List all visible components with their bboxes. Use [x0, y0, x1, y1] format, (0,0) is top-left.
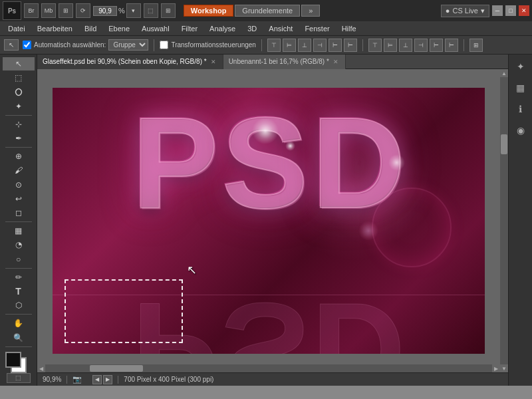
- transform-option: Transformationssteuerungen: [160, 41, 255, 49]
- magic-wand-btn[interactable]: ✦: [3, 100, 35, 113]
- dist-bottom-icon[interactable]: ⊥: [399, 39, 412, 52]
- v-scroll-thumb[interactable]: [501, 134, 507, 154]
- workspace-active-btn[interactable]: Workshop: [184, 5, 234, 17]
- tool-sep-6: [5, 346, 32, 347]
- menu-ebene[interactable]: Ebene: [103, 23, 135, 34]
- align-right-icon[interactable]: ⊢: [344, 39, 357, 52]
- status-nav-left[interactable]: ◀: [92, 375, 102, 384]
- v-scroll-down[interactable]: ▼: [500, 364, 508, 372]
- cs-live-btn[interactable]: ● CS Live ▾: [441, 5, 489, 17]
- panel-btn-sparkle[interactable]: ✦: [511, 57, 530, 76]
- workspace-inactive-btn[interactable]: Grundelemente: [235, 5, 300, 17]
- panel-btn-layers[interactable]: ◉: [511, 121, 530, 140]
- menu-analyse[interactable]: Analyse: [204, 23, 241, 34]
- type-btn[interactable]: T: [3, 285, 35, 298]
- panel-btn-grid[interactable]: ▦: [511, 78, 530, 97]
- align-hcenter-icon[interactable]: ⊢: [329, 39, 342, 52]
- gradient-btn[interactable]: ▦: [3, 224, 35, 237]
- align-left-icon[interactable]: ⊣: [313, 39, 327, 52]
- menu-fenster[interactable]: Fenster: [299, 23, 334, 34]
- zoom-btn[interactable]: 🔍: [3, 331, 35, 344]
- auto-select-dropdown[interactable]: Gruppe Ebene: [108, 39, 148, 51]
- fg-color-box[interactable]: [5, 352, 21, 368]
- v-scroll-up[interactable]: ▲: [500, 69, 508, 77]
- tab-unbenannt-close[interactable]: ✕: [332, 58, 340, 66]
- auto-select-checkbox[interactable]: [23, 41, 31, 49]
- bridge-icon[interactable]: Br: [24, 3, 39, 18]
- cs-live-label: CS Live: [452, 7, 478, 15]
- lens-flare-3: [285, 141, 295, 151]
- rotate-icon[interactable]: ⟳: [76, 3, 90, 18]
- menu-hilfe[interactable]: Hilfe: [336, 23, 362, 34]
- dist-right-icon[interactable]: ⊢: [445, 39, 458, 52]
- separator-3: [362, 39, 363, 51]
- menu-auswahl[interactable]: Auswahl: [136, 23, 175, 34]
- zoom-input[interactable]: 90,9: [93, 6, 117, 16]
- auto-select-option: Automatisch auswählen: Gruppe Ebene: [23, 39, 148, 51]
- arrange-icon[interactable]: ⊞: [469, 39, 483, 52]
- workspace-more-btn[interactable]: »: [301, 5, 320, 17]
- stamp-btn[interactable]: ⊙: [3, 178, 35, 192]
- tool-options-icon: ↖: [4, 39, 19, 51]
- move-tool-btn[interactable]: ↖: [3, 57, 35, 70]
- h-scroll-thumb[interactable]: [90, 365, 143, 372]
- lens-flare-2: [388, 154, 405, 171]
- lasso-tool-btn[interactable]: [3, 85, 35, 98]
- h-scrollbar: ◀ ▶: [37, 364, 500, 372]
- dodge-btn[interactable]: ○: [3, 253, 35, 266]
- dist-hcenter-icon[interactable]: ⊢: [430, 39, 443, 52]
- tab-glaseffekt[interactable]: Glaseffekt.psd bei 90,9% (Schein oben Ko…: [37, 55, 223, 69]
- tab-unbenannt[interactable]: Unbenannt-1 bei 16,7% (RGB/8) * ✕: [223, 55, 346, 69]
- crop-tool-btn[interactable]: ⊹: [3, 118, 35, 131]
- canvas-wrapper[interactable]: P S D P S D: [37, 69, 500, 372]
- brush-btn[interactable]: 🖌: [3, 164, 35, 177]
- menu-filter[interactable]: Filter: [176, 23, 203, 34]
- psd-canvas[interactable]: P S D P S D: [53, 88, 485, 354]
- hand-btn[interactable]: ✋: [3, 317, 35, 330]
- align-vcenter-icon[interactable]: ⊨: [283, 39, 296, 52]
- menu-bearbeiten[interactable]: Bearbeiten: [32, 23, 78, 34]
- h-scroll-left[interactable]: ◀: [37, 364, 45, 372]
- cs-live-dropdown: ▾: [481, 7, 485, 15]
- shape-btn[interactable]: ⬡: [3, 299, 35, 312]
- separator-1: [154, 39, 154, 51]
- cursor: ↖: [187, 263, 197, 277]
- screen-mode-icon[interactable]: ⬚: [144, 3, 158, 18]
- dist-left-icon[interactable]: ⊣: [414, 39, 428, 52]
- transform-checkbox[interactable]: [160, 41, 168, 49]
- h-scroll-track[interactable]: [45, 364, 492, 372]
- pen-btn[interactable]: ✏: [3, 271, 35, 284]
- layout-icon[interactable]: ⊞: [59, 3, 73, 18]
- eraser-btn[interactable]: ◻: [3, 206, 35, 219]
- tool-sep-5: [5, 314, 32, 315]
- dist-top-icon[interactable]: ⊤: [368, 39, 382, 52]
- maximize-btn[interactable]: □: [505, 5, 516, 16]
- tool-sep-1: [5, 115, 32, 116]
- align-top-icon[interactable]: ⊤: [267, 39, 281, 52]
- marquee-tool-btn[interactable]: ⬚: [3, 71, 35, 84]
- healing-btn[interactable]: ⊕: [3, 150, 35, 163]
- status-nav-right[interactable]: ▶: [103, 375, 112, 384]
- menu-ansicht[interactable]: Ansicht: [263, 23, 298, 34]
- close-btn[interactable]: ✕: [519, 5, 529, 16]
- panel-btn-info[interactable]: ℹ: [511, 100, 530, 118]
- eyedropper-btn[interactable]: ✒: [3, 132, 35, 145]
- minibr-icon[interactable]: Mb: [41, 3, 56, 18]
- zoom-dropdown-icon[interactable]: ▾: [126, 3, 141, 18]
- tab-glaseffekt-close[interactable]: ✕: [209, 58, 217, 66]
- minimize-btn[interactable]: ─: [492, 5, 503, 16]
- h-scroll-right[interactable]: ▶: [492, 364, 500, 372]
- v-scroll-track[interactable]: [500, 77, 508, 364]
- arrangement-icon[interactable]: ⊞: [161, 3, 176, 18]
- align-bottom-icon[interactable]: ⊥: [298, 39, 311, 52]
- menu-bild[interactable]: Bild: [79, 23, 102, 34]
- blur-btn[interactable]: ◔: [3, 238, 35, 251]
- dist-vcenter-icon[interactable]: ⊨: [384, 39, 397, 52]
- main-area: ↖ ⬚ ✦ ⊹ ✒ ⊕ 🖌 ⊙ ↩ ◻ ▦ ◔ ○ ✏ T ⬡ ✋ 🔍 ⬚: [0, 55, 532, 386]
- quick-mask-btn[interactable]: ⬚: [7, 373, 31, 383]
- menu-datei[interactable]: Datei: [3, 23, 31, 34]
- history-btn[interactable]: ↩: [3, 192, 35, 205]
- menu-3d[interactable]: 3D: [242, 23, 262, 34]
- zoom-control: 90,9 % ▾: [93, 3, 141, 18]
- status-zoom: 90,9%: [43, 376, 61, 383]
